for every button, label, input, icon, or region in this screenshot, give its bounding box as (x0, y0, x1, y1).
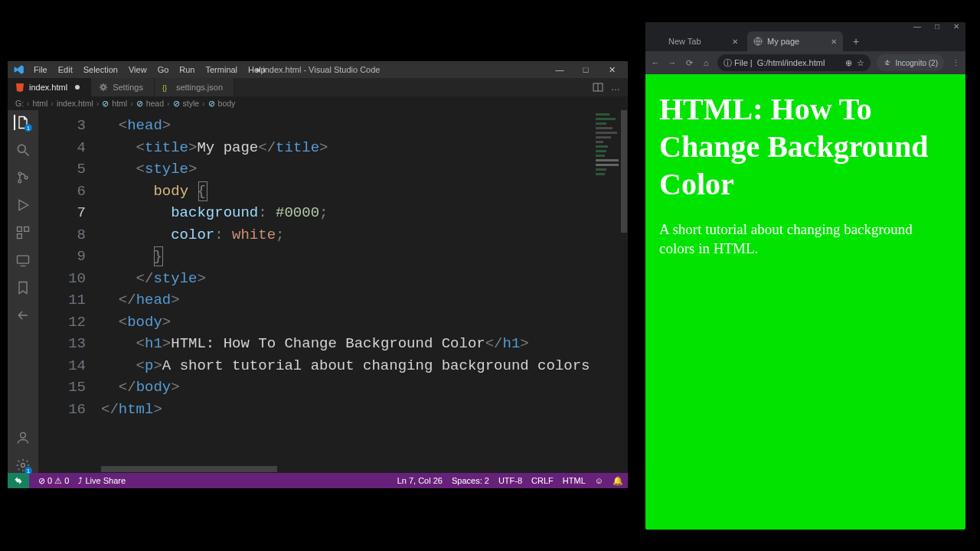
code-editor[interactable]: 345678910111213141516 <head> <title>My p… (38, 110, 628, 473)
browser-tab-new[interactable]: New Tab ✕ (648, 31, 744, 51)
svg-rect-28 (596, 168, 606, 171)
status-eol[interactable]: CRLF (531, 476, 554, 485)
more-actions-icon[interactable]: … (611, 82, 620, 93)
source-control-icon[interactable] (15, 170, 31, 185)
breadcrumb-item[interactable]: head (146, 99, 164, 108)
search-icon[interactable] (15, 142, 31, 158)
chrome-window: — □ ✕ New Tab ✕ My page ✕ + ← → ⟳ ⌂ ⓘ Fi… (645, 22, 965, 530)
live-share-icon[interactable] (15, 308, 31, 323)
extensions-icon[interactable] (15, 225, 31, 240)
svg-point-6 (18, 172, 21, 175)
svg-line-5 (25, 152, 29, 156)
code-content: <head> <title>My page</title> <style> bo… (101, 115, 616, 420)
tab-title: My page (767, 37, 799, 46)
vertical-scrollbar[interactable] (620, 110, 628, 473)
menu-view[interactable]: View (124, 64, 152, 76)
tab-settings[interactable]: Settings (91, 78, 155, 96)
tab-label: index.html (29, 83, 67, 92)
incognito-badge[interactable]: Incognito (2) (877, 54, 944, 71)
svg-rect-11 (18, 234, 22, 239)
svg-rect-27 (596, 164, 619, 166)
svg-rect-18 (596, 122, 606, 125)
svg-rect-22 (596, 141, 603, 143)
svg-rect-10 (24, 227, 29, 232)
breadcrumb-item[interactable]: html (112, 99, 127, 108)
tab-settings-json[interactable]: {} settings.json (155, 78, 234, 96)
activity-bar (8, 110, 38, 473)
svg-rect-23 (596, 145, 608, 148)
minimize-button[interactable]: — (547, 61, 573, 78)
close-button[interactable]: ✕ (953, 22, 959, 31)
tab-close-icon[interactable]: ✕ (831, 37, 837, 46)
explorer-icon[interactable] (14, 115, 31, 130)
svg-text:{}: {} (162, 84, 167, 92)
breadcrumb: G:› html› index.html› ⊘ html› ⊘ head› ⊘ … (8, 96, 628, 110)
svg-point-0 (102, 86, 105, 89)
svg-rect-9 (18, 227, 22, 232)
split-editor-icon[interactable] (593, 82, 603, 93)
maximize-button[interactable]: □ (573, 61, 599, 78)
svg-rect-25 (596, 155, 605, 157)
menu-edit[interactable]: Edit (54, 64, 77, 76)
status-language[interactable]: HTML (563, 476, 586, 485)
tab-label: Settings (113, 83, 143, 92)
minimap[interactable] (594, 112, 619, 473)
status-feedback-icon[interactable]: ☺ (595, 476, 603, 485)
svg-rect-26 (596, 159, 619, 161)
chrome-window-controls: — □ ✕ (645, 22, 965, 30)
remote-explorer-icon[interactable] (15, 253, 31, 268)
bookmark-icon[interactable] (15, 280, 31, 295)
run-debug-icon[interactable] (15, 197, 31, 213)
forward-button[interactable]: → (667, 57, 678, 68)
zoom-icon[interactable]: ⊕ (845, 58, 852, 68)
menu-selection[interactable]: Selection (79, 64, 122, 76)
menu-help[interactable]: Help (243, 64, 270, 76)
vscode-menubar: File Edit Selection View Go Run Terminal… (29, 64, 270, 76)
status-bell-icon[interactable]: 🔔 (612, 476, 623, 486)
status-encoding[interactable]: UTF-8 (498, 476, 522, 485)
menu-file[interactable]: File (29, 64, 52, 76)
maximize-button[interactable]: □ (935, 22, 939, 31)
breadcrumb-item[interactable]: G: (15, 99, 24, 108)
home-button[interactable]: ⌂ (701, 57, 711, 68)
close-button[interactable]: ✕ (599, 61, 625, 78)
vscode-titlebar: File Edit Selection View Go Run Terminal… (8, 61, 628, 78)
status-live-share[interactable]: ⤴ Live Share (78, 476, 126, 485)
site-info-icon[interactable]: ⓘ File | (724, 57, 753, 69)
new-tab-button[interactable]: + (848, 33, 864, 50)
gear-icon (99, 83, 108, 92)
chrome-menu-icon[interactable]: ⋮ (950, 57, 961, 68)
breadcrumb-item[interactable]: style (183, 99, 200, 108)
chrome-toolbar: ← → ⟳ ⌂ ⓘ File | G:/html/index.html ⊕ ☆ … (645, 51, 965, 74)
remote-button[interactable] (8, 473, 29, 488)
settings-gear-icon[interactable] (15, 458, 31, 473)
horizontal-scrollbar[interactable] (101, 465, 619, 473)
tab-index-html[interactable]: index.html (8, 78, 91, 96)
tab-title: New Tab (668, 37, 701, 46)
svg-point-7 (18, 180, 21, 183)
breadcrumb-item[interactable]: html (33, 99, 48, 108)
svg-point-4 (18, 145, 25, 152)
breadcrumb-item[interactable]: body (218, 99, 236, 108)
reload-button[interactable]: ⟳ (684, 57, 694, 68)
bookmark-star-icon[interactable]: ☆ (857, 58, 864, 68)
tab-close-icon[interactable]: ✕ (732, 37, 738, 46)
incognito-label: Incognito (2) (895, 59, 938, 67)
vscode-logo-icon (14, 64, 24, 75)
breadcrumb-item[interactable]: index.html (57, 99, 93, 108)
menu-terminal[interactable]: Terminal (201, 64, 243, 76)
html-file-icon (15, 83, 24, 92)
menu-run[interactable]: Run (175, 64, 199, 76)
status-indent[interactable]: Spaces: 2 (452, 476, 489, 485)
browser-tab-page[interactable]: My page ✕ (747, 31, 843, 51)
status-cursor[interactable]: Ln 7, Col 26 (397, 476, 443, 485)
minimize-button[interactable]: — (913, 22, 921, 31)
page-paragraph: A short tutorial about changing backgrou… (659, 220, 952, 258)
status-problems[interactable]: ⊘ 0 ⚠ 0 (38, 476, 69, 486)
page-viewport: HTML: How To Change Background Color A s… (645, 74, 965, 530)
back-button[interactable]: ← (650, 57, 661, 68)
menu-go[interactable]: Go (153, 64, 174, 76)
address-bar[interactable]: ⓘ File | G:/html/index.html ⊕ ☆ (717, 54, 871, 71)
blank-favicon-icon (655, 37, 664, 46)
account-icon[interactable] (15, 430, 31, 445)
